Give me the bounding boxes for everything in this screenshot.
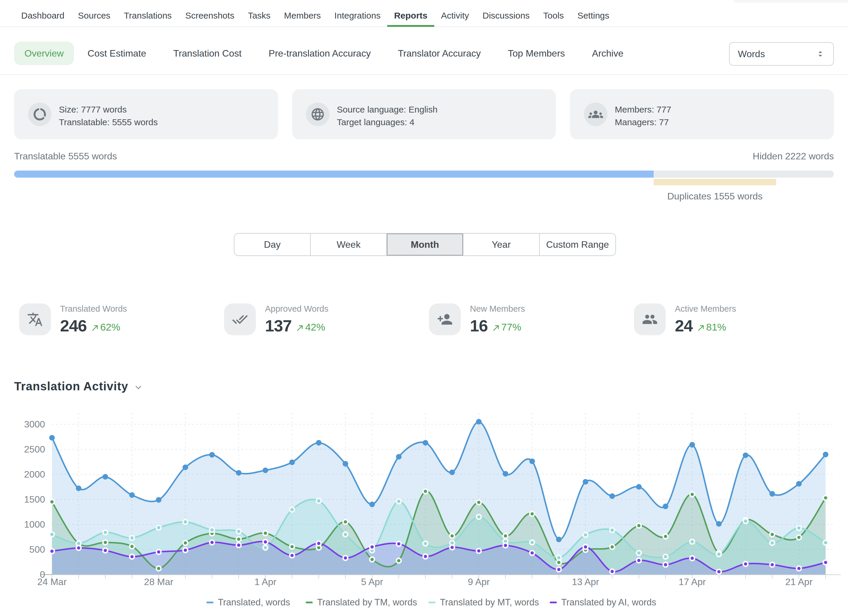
svg-text:0: 0 [40, 569, 45, 580]
svg-text:17 Apr: 17 Apr [679, 576, 706, 587]
svg-text:9 Apr: 9 Apr [468, 576, 490, 587]
svg-text:28 Mar: 28 Mar [144, 576, 173, 587]
svg-text:5 Apr: 5 Apr [361, 576, 383, 587]
svg-text:2000: 2000 [24, 469, 45, 479]
svg-text:1 Apr: 1 Apr [254, 576, 276, 587]
svg-text:1500: 1500 [24, 494, 45, 505]
svg-text:13 Apr: 13 Apr [572, 576, 599, 587]
svg-text:3000: 3000 [24, 419, 45, 429]
svg-text:21 Apr: 21 Apr [785, 576, 813, 587]
svg-text:500: 500 [30, 544, 45, 555]
svg-text:1000: 1000 [24, 519, 45, 530]
svg-text:2500: 2500 [24, 444, 45, 454]
